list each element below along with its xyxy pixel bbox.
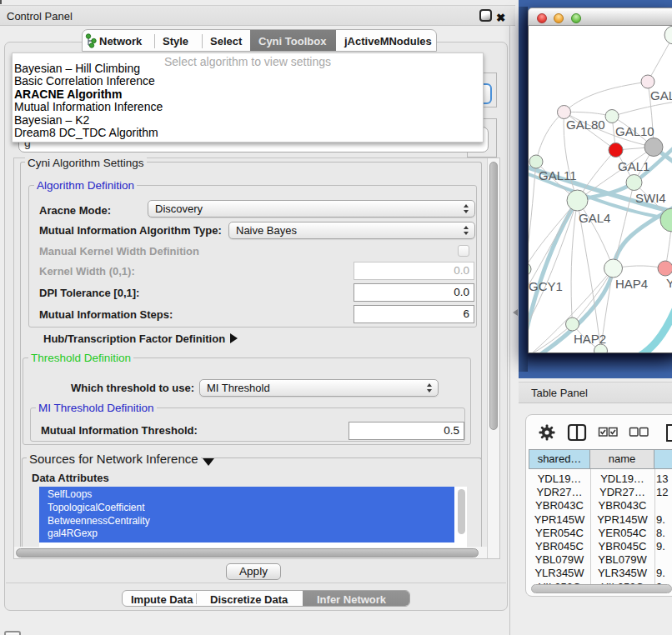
svg-text:GAL1: GAL1 <box>618 159 649 173</box>
svg-text:GAL10: GAL10 <box>615 124 654 138</box>
svg-text:HAP4: HAP4 <box>615 277 648 291</box>
svg-text:GAL7: GAL7 <box>650 88 672 102</box>
svg-text:GAL80: GAL80 <box>566 118 605 132</box>
svg-text:HAP2: HAP2 <box>574 332 606 346</box>
svg-text:GAL11: GAL11 <box>539 168 577 182</box>
svg-text:YD: YD <box>666 276 672 290</box>
svg-text:GAL4: GAL4 <box>579 211 610 225</box>
svg-text:SWI4: SWI4 <box>635 191 666 205</box>
svg-text:GCY1: GCY1 <box>529 279 563 293</box>
